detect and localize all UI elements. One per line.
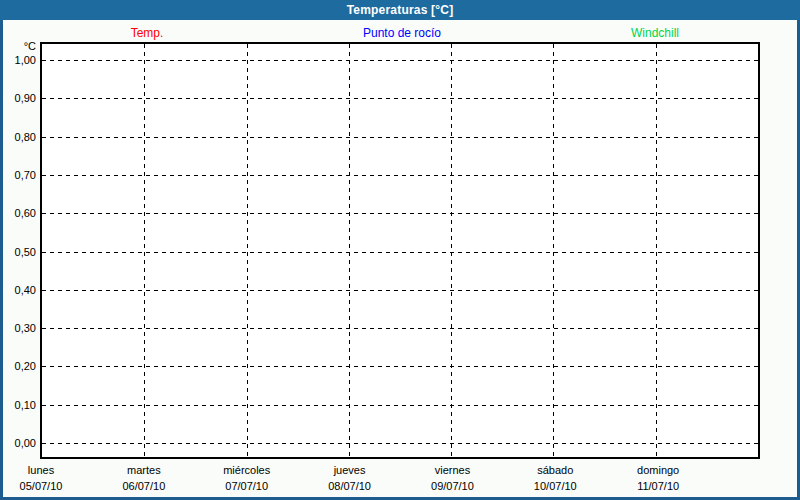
x-day-label: miércoles — [223, 464, 270, 476]
x-day-label: sábado — [537, 464, 573, 476]
h-gridline — [42, 137, 758, 138]
chart-window: Temperaturas [°C] Temp. Punto de rocío W… — [0, 0, 800, 500]
legend-item-temp: Temp. — [131, 26, 164, 40]
x-date-label: 08/07/10 — [328, 480, 371, 492]
x-day-label: domingo — [637, 464, 679, 476]
x-day-label: martes — [127, 464, 161, 476]
y-tick-label: 1,00 — [5, 54, 36, 66]
h-gridline — [42, 443, 758, 444]
plot-area — [40, 42, 760, 459]
x-date-label: 05/07/10 — [20, 480, 63, 492]
y-tick-label: 0,50 — [5, 246, 36, 258]
x-date-label: 11/07/10 — [637, 480, 679, 492]
v-gridline — [349, 44, 350, 457]
y-tick-label: 0,00 — [5, 437, 36, 449]
h-gridline — [42, 366, 758, 367]
chart-title: Temperaturas [°C] — [347, 3, 454, 17]
legend-item-dew-point: Punto de rocío — [363, 26, 441, 40]
h-gridline — [42, 405, 758, 406]
y-tick-label: 0,10 — [5, 399, 36, 411]
y-tick-label: 0,70 — [5, 169, 36, 181]
x-date-label: 10/07/10 — [534, 480, 577, 492]
v-gridline — [247, 44, 248, 457]
v-gridline — [656, 44, 657, 457]
legend-item-windchill: Windchill — [631, 26, 679, 40]
x-day-label: jueves — [334, 464, 366, 476]
v-gridline — [144, 44, 145, 457]
title-bar: Temperaturas [°C] — [0, 0, 800, 20]
v-gridline — [553, 44, 554, 457]
h-gridline — [42, 175, 758, 176]
y-axis-unit-label: °C — [5, 40, 36, 52]
x-date-label: 06/07/10 — [122, 480, 165, 492]
x-date-label: 09/07/10 — [431, 480, 474, 492]
y-tick-label: 0,20 — [5, 360, 36, 372]
x-day-label: lunes — [28, 464, 54, 476]
y-tick-label: 0,30 — [5, 322, 36, 334]
v-gridline — [451, 44, 452, 457]
h-gridline — [42, 290, 758, 291]
x-day-label: viernes — [435, 464, 470, 476]
y-tick-label: 0,80 — [5, 131, 36, 143]
y-tick-label: 0,60 — [5, 207, 36, 219]
y-tick-label: 0,40 — [5, 284, 36, 296]
h-gridline — [42, 328, 758, 329]
x-date-label: 07/07/10 — [225, 480, 268, 492]
h-gridline — [42, 98, 758, 99]
h-gridline — [42, 213, 758, 214]
h-gridline — [42, 60, 758, 61]
y-tick-label: 0,90 — [5, 92, 36, 104]
h-gridline — [42, 252, 758, 253]
